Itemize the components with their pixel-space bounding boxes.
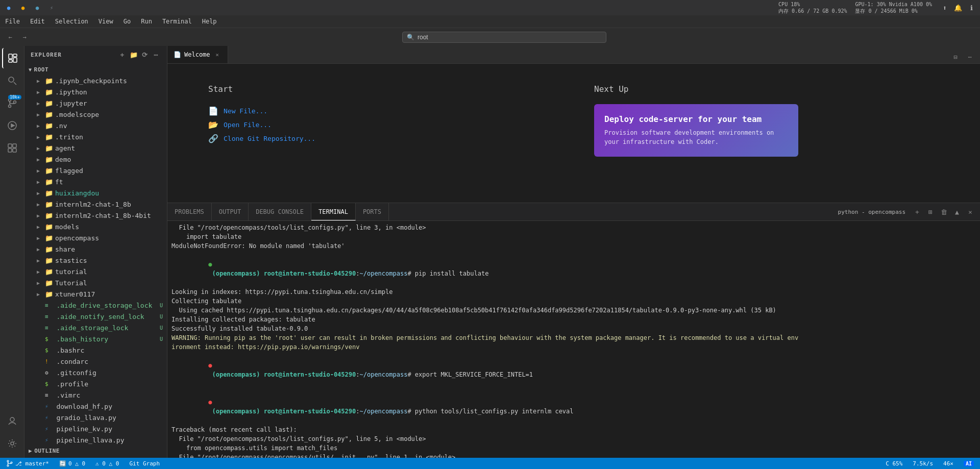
open-file-link[interactable]: 📂 Open File...	[208, 118, 553, 132]
network-status[interactable]: 7.5k/s	[911, 460, 935, 467]
tree-item-flagged[interactable]: ▶📁flagged	[24, 165, 167, 176]
explorer-activity-icon[interactable]	[2, 48, 22, 68]
app-icon-1[interactable]: ●	[4, 3, 13, 12]
collapse-all-icon[interactable]: ⋯	[152, 51, 161, 60]
tree-item-agent[interactable]: ▶📁agent	[24, 142, 167, 154]
deploy-card-title: Deploy code-server for your team	[604, 114, 788, 124]
tree-item-gradio-llava[interactable]: ⚡ gradio_llava.py	[24, 412, 167, 423]
search-icon: 🔍	[407, 34, 414, 41]
git-graph-button[interactable]: Git Graph	[127, 460, 162, 467]
tree-item-pipeline-kv[interactable]: ⚡ pipeline_kv.py	[24, 423, 167, 434]
tree-item-aide-drive[interactable]: ≡ .aide_drive_storage_lock	[24, 300, 167, 311]
split-terminal-button[interactable]: ⊞	[925, 206, 936, 217]
menu-help[interactable]: Help	[197, 15, 222, 28]
tree-item-profile[interactable]: $ .profile	[24, 378, 167, 389]
tree-item-ft[interactable]: ▶📁ft	[24, 176, 167, 187]
tree-item-opencompass[interactable]: ▶📁opencompass	[24, 232, 167, 243]
menu-view[interactable]: View	[93, 15, 118, 28]
search-activity-icon[interactable]	[2, 70, 22, 91]
trash-terminal-button[interactable]: 🗑	[938, 206, 949, 217]
split-editor-button[interactable]: ⊟	[949, 51, 962, 63]
tab-welcome[interactable]: 📄 Welcome ×	[167, 46, 228, 63]
tab-output[interactable]: OUTPUT	[212, 203, 249, 220]
search-input[interactable]	[418, 34, 602, 41]
forward-button[interactable]: →	[18, 31, 31, 43]
tree-item-bashrc[interactable]: $ .bashrc	[24, 344, 167, 356]
titlebar: ● ● ● ⚡ CPU 18% 内存 0.66 / 72 GB 0.92% GP…	[0, 0, 980, 15]
outline-section[interactable]: ▶ OUTLINE	[24, 446, 167, 455]
add-terminal-button[interactable]: +	[912, 206, 923, 217]
content-area: 📄 Welcome × ⊟ ⋯ Start 📄 New File...	[167, 46, 980, 458]
maximize-panel-button[interactable]: ▲	[951, 206, 963, 217]
ai-status[interactable]: AI	[962, 461, 976, 466]
tree-item-share[interactable]: ▶📁share	[24, 243, 167, 255]
menu-file[interactable]: File	[0, 15, 25, 28]
tree-item-bash-history[interactable]: $ .bash_history	[24, 333, 167, 344]
info-circle-icon[interactable]: ℹ	[967, 3, 976, 12]
tree-item-stastics[interactable]: ▶📁stastics	[24, 255, 167, 266]
tree-item-tutorial-upper[interactable]: ▶📁Tutorial	[24, 277, 167, 288]
terminal-line-8: Installing collected packages: tabulate	[172, 315, 976, 324]
menu-run[interactable]: Run	[136, 15, 157, 28]
tab-close-button[interactable]: ×	[213, 51, 222, 59]
refresh-icon[interactable]: ⟳	[140, 51, 150, 60]
app-icon-4[interactable]: ⚡	[47, 3, 56, 12]
main-area: 10k+ EXPLORER + 📁 ⟳ ⋯	[0, 46, 980, 458]
tree-item-gitconfig[interactable]: ⚙ .gitconfig	[24, 367, 167, 378]
tab-problems[interactable]: PROBLEMS	[167, 203, 212, 220]
branch-status[interactable]: ⎇ master*	[4, 460, 51, 467]
tree-root[interactable]: ▼ ROOT	[24, 64, 167, 75]
menu-edit[interactable]: Edit	[25, 15, 50, 28]
tree-item-demo[interactable]: ▶📁demo	[24, 154, 167, 165]
tab-ports[interactable]: PORTS	[356, 203, 389, 220]
tree-item-jupyter[interactable]: ▶📁.jupyter	[24, 97, 167, 109]
tree-item-vimrc[interactable]: ≡ .vimrc	[24, 389, 167, 401]
tree-item-modelscope[interactable]: ▶📁.modelscope	[24, 109, 167, 120]
terminal-body[interactable]: File "/root/opencompass/tools/list_confi…	[167, 221, 980, 458]
cpu-status[interactable]: C 65%	[884, 460, 904, 467]
errors-status[interactable]: ⚠ 0 △ 0	[93, 460, 121, 467]
settings-activity-icon[interactable]	[2, 433, 22, 454]
source-control-activity-icon[interactable]: 10k+	[2, 93, 22, 113]
close-panel-button[interactable]: ×	[965, 206, 976, 217]
app-icon-3[interactable]: ●	[33, 3, 42, 12]
new-file-icon[interactable]: +	[118, 51, 127, 60]
menu-selection[interactable]: Selection	[50, 15, 93, 28]
tree-item-triton[interactable]: ▶📁.triton	[24, 131, 167, 142]
open-file-label: Open File...	[224, 121, 272, 129]
run-debug-activity-icon[interactable]	[2, 115, 22, 136]
tab-debug-console[interactable]: DEBUG CONSOLE	[249, 203, 311, 220]
account-activity-icon[interactable]	[2, 411, 22, 431]
menu-go[interactable]: Go	[118, 15, 136, 28]
tree-item-tutorial-lower[interactable]: ▶📁tutorial	[24, 266, 167, 277]
upload-icon[interactable]: ⬆	[940, 3, 949, 12]
tree-item-models[interactable]: ▶📁models	[24, 221, 167, 232]
tree-item-xtuner0117[interactable]: ▶📁xtuner0117	[24, 288, 167, 300]
tree-item-internlm2-chat-1-8b-4bit[interactable]: ▶📁internlm2-chat-1_8b-4bit	[24, 210, 167, 221]
terminal-line-5: Looking in indexes: https://pypi.tuna.ts…	[172, 287, 976, 297]
menu-terminal[interactable]: Terminal	[157, 15, 197, 28]
new-file-link[interactable]: 📄 New File...	[208, 104, 553, 118]
app-icon-2[interactable]: ●	[18, 3, 28, 12]
tree-item-condarc[interactable]: ! .condarc	[24, 356, 167, 367]
clone-repo-link[interactable]: 🔗 Clone Git Repository...	[208, 132, 553, 145]
tree-item-aide-storage[interactable]: ≡ .aide_storage_lock	[24, 322, 167, 333]
tree-item-download-hf[interactable]: ⚡ download_hf.py	[24, 401, 167, 412]
tree-item-nv[interactable]: ▶📁.nv	[24, 120, 167, 131]
extensions-activity-icon[interactable]	[2, 138, 22, 158]
new-folder-icon[interactable]: 📁	[129, 51, 138, 60]
tree-item-ipynb[interactable]: ▶📁.ipynb_checkpoints	[24, 75, 167, 86]
tree-item-pipeline-llava[interactable]: ⚡ pipeline_llava.py	[24, 434, 167, 446]
tab-terminal[interactable]: TERMINAL	[311, 203, 356, 220]
sync-status[interactable]: 🔄 0 △ 0	[57, 460, 87, 467]
tree-item-huixiangdou[interactable]: ▶📁huixiangdou	[24, 187, 167, 199]
back-button[interactable]: ←	[4, 31, 16, 43]
tree-item-ipython[interactable]: ▶📁.ipython	[24, 86, 167, 97]
deploy-card[interactable]: Deploy code-server for your team Provisi…	[594, 104, 798, 157]
search-bar[interactable]: 🔍	[402, 32, 606, 43]
zoom-status[interactable]: 46×	[941, 460, 955, 467]
tree-item-aide-notify[interactable]: ≡ .aide_notify_send_lock	[24, 311, 167, 322]
tree-item-internlm2-chat-1-8b[interactable]: ▶📁internlm2-chat-1_8b	[24, 199, 167, 210]
more-actions-button[interactable]: ⋯	[964, 51, 976, 63]
notification-icon[interactable]: 🔔	[953, 3, 963, 12]
